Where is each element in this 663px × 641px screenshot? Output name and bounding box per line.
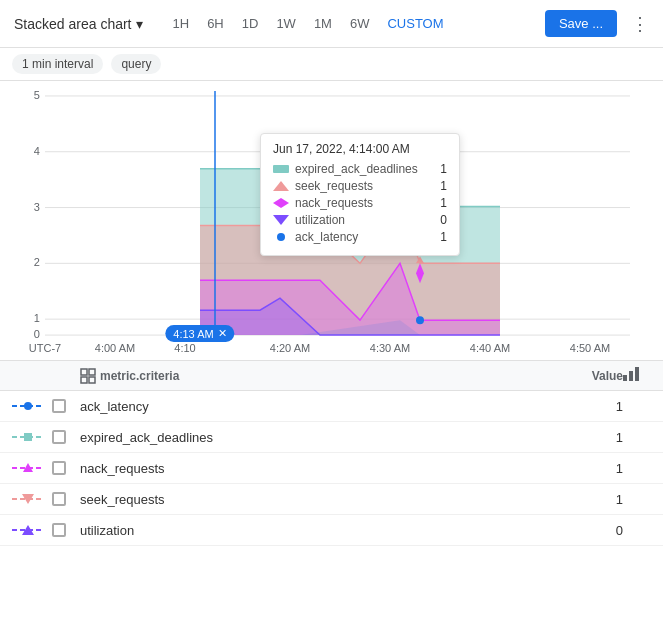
row-icon-nack <box>12 460 52 476</box>
checkbox-outline <box>52 492 66 506</box>
svg-text:1: 1 <box>34 312 40 324</box>
chart-area[interactable]: 5 4 3 2 1 0 UTC-7 4:00 A <box>0 81 663 361</box>
table-col-metric-header: metric.criteria <box>80 368 563 384</box>
expired-legend-icon <box>12 429 44 445</box>
tooltip-title: Jun 17, 2022, 4:14:00 AM <box>273 142 447 156</box>
svg-point-16 <box>416 316 424 324</box>
svg-point-38 <box>24 402 32 410</box>
svg-rect-30 <box>81 369 87 375</box>
tooltip-val-utilization: 0 <box>440 213 447 227</box>
tooltip-icon-utilization <box>273 215 289 225</box>
checkbox-outline <box>52 430 66 444</box>
table-row[interactable]: ack_latency 1 <box>0 391 663 422</box>
table-col-bars-header <box>623 367 651 384</box>
time-btn-1m[interactable]: 1M <box>306 12 340 35</box>
svg-rect-31 <box>89 369 95 375</box>
row-checkbox-seek[interactable] <box>52 492 80 506</box>
svg-rect-33 <box>89 377 95 383</box>
tooltip-row-2: nack_requests 1 <box>273 196 447 210</box>
row-checkbox-nack[interactable] <box>52 461 80 475</box>
svg-marker-28 <box>273 215 289 225</box>
svg-text:4:40 AM: 4:40 AM <box>470 342 510 354</box>
checkbox-outline <box>52 399 66 413</box>
svg-rect-40 <box>24 433 32 441</box>
tooltip-row-4: ack_latency 1 <box>273 230 447 244</box>
time-btn-6w[interactable]: 6W <box>342 12 378 35</box>
chart-type-dropdown[interactable]: Stacked area chart ▾ <box>8 12 149 36</box>
svg-text:3: 3 <box>34 201 40 213</box>
row-name-ack-latency: ack_latency <box>80 399 563 414</box>
svg-text:4:20 AM: 4:20 AM <box>270 342 310 354</box>
row-icon-utilization <box>12 522 52 538</box>
bars-icon <box>623 367 641 381</box>
row-name-seek: seek_requests <box>80 492 563 507</box>
seek-legend-icon <box>12 491 44 507</box>
tooltip-row-0: expired_ack_deadlines 1 <box>273 162 447 176</box>
table-row[interactable]: expired_ack_deadlines 1 <box>0 422 663 453</box>
dropdown-arrow-icon: ▾ <box>136 16 143 32</box>
tooltip-label-seek: seek_requests <box>295 179 434 193</box>
svg-text:0: 0 <box>34 328 40 340</box>
close-crosshair-icon[interactable]: ✕ <box>218 327 227 340</box>
row-checkbox-expired[interactable] <box>52 430 80 444</box>
tooltip-label-nack: nack_requests <box>295 196 434 210</box>
svg-text:UTC-7: UTC-7 <box>29 342 61 354</box>
save-button[interactable]: Save ... <box>545 10 617 37</box>
svg-text:4:00 AM: 4:00 AM <box>95 342 135 354</box>
tooltip-val-nack: 1 <box>440 196 447 210</box>
row-name-utilization: utilization <box>80 523 563 538</box>
tooltip-row-3: utilization 0 <box>273 213 447 227</box>
crosshair-time-label: 4:13 AM <box>173 328 213 340</box>
row-icon-seek <box>12 491 52 507</box>
row-name-nack: nack_requests <box>80 461 563 476</box>
row-icon-expired <box>12 429 52 445</box>
svg-text:4:30 AM: 4:30 AM <box>370 342 410 354</box>
row-checkbox-utilization[interactable] <box>52 523 80 537</box>
time-range-buttons: 1H 6H 1D 1W 1M 6W CUSTOM <box>165 12 452 35</box>
svg-marker-26 <box>273 181 289 191</box>
svg-text:4:10: 4:10 <box>174 342 195 354</box>
row-value-nack: 1 <box>563 461 623 476</box>
query-pill[interactable]: query <box>111 54 161 74</box>
tooltip-icon-seek <box>273 181 289 191</box>
time-btn-1w[interactable]: 1W <box>268 12 304 35</box>
row-value-seek: 1 <box>563 492 623 507</box>
chart-tooltip: Jun 17, 2022, 4:14:00 AM expired_ack_dea… <box>260 133 460 256</box>
tooltip-row-1: seek_requests 1 <box>273 179 447 193</box>
time-btn-1d[interactable]: 1D <box>234 12 267 35</box>
tooltip-val-seek: 1 <box>440 179 447 193</box>
row-value-ack-latency: 1 <box>563 399 623 414</box>
table-row[interactable]: utilization 0 <box>0 515 663 546</box>
utilization-legend-icon <box>12 522 44 538</box>
table-col-value-header: Value <box>563 369 623 383</box>
tooltip-icon-ack <box>273 232 289 242</box>
interval-pill[interactable]: 1 min interval <box>12 54 103 74</box>
checkbox-outline <box>52 523 66 537</box>
svg-rect-36 <box>635 367 639 381</box>
svg-rect-34 <box>623 375 627 381</box>
time-btn-custom[interactable]: CUSTOM <box>379 12 451 35</box>
row-icon-ack-latency <box>12 398 52 414</box>
time-btn-6h[interactable]: 6H <box>199 12 232 35</box>
svg-rect-32 <box>81 377 87 383</box>
table-row[interactable]: nack_requests 1 <box>0 453 663 484</box>
table-row[interactable]: seek_requests 1 <box>0 484 663 515</box>
svg-text:4:50 AM: 4:50 AM <box>570 342 610 354</box>
crosshair-time-badge: 4:13 AM ✕ <box>165 325 234 342</box>
row-value-utilization: 0 <box>563 523 623 538</box>
header: Stacked area chart ▾ 1H 6H 1D 1W 1M 6W C… <box>0 0 663 48</box>
chart-title: Stacked area chart <box>14 16 132 32</box>
nack-legend-icon <box>12 460 44 476</box>
row-name-expired: expired_ack_deadlines <box>80 430 563 445</box>
time-btn-1h[interactable]: 1H <box>165 12 198 35</box>
row-value-expired: 1 <box>563 430 623 445</box>
metric-header-label: metric.criteria <box>100 369 179 383</box>
svg-text:5: 5 <box>34 89 40 101</box>
more-options-button[interactable]: ⋮ <box>625 9 655 39</box>
tooltip-icon-expired <box>273 164 289 174</box>
table-header: metric.criteria Value <box>0 361 663 391</box>
svg-rect-25 <box>273 165 289 173</box>
tooltip-val-ack: 1 <box>440 230 447 244</box>
row-checkbox-ack-latency[interactable] <box>52 399 80 413</box>
metrics-table: ack_latency 1 expired_ack_deadlines 1 <box>0 391 663 546</box>
